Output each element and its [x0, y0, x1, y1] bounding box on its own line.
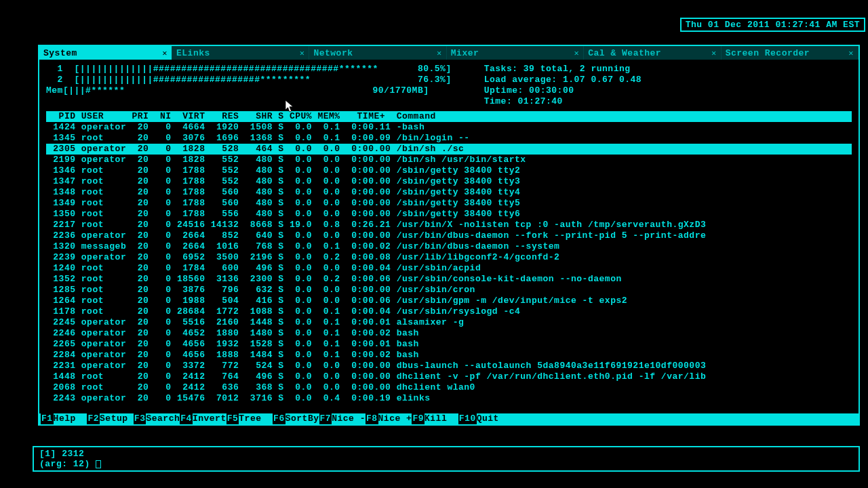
process-row[interactable]: 1285 root 20 0 3876 796 632 S 0.0 0.0 0:…: [46, 285, 852, 296]
process-row[interactable]: 1178 root 20 0 28684 1772 1088 S 0.0 0.1…: [46, 306, 852, 317]
fkey-action[interactable]: SortBy: [285, 413, 319, 424]
process-row[interactable]: 2305 operator 20 0 1828 528 464 S 0.0 0.…: [46, 144, 852, 155]
fkey-footer[interactable]: F1Help F2Setup F3SearchF4InvertF5Tree F6…: [39, 413, 859, 424]
column-headers[interactable]: PID USER PRI NI VIRT RES SHR S CPU% MEM%…: [46, 111, 852, 122]
process-row[interactable]: 2243 operator 20 0 15476 7012 3716 S 0.0…: [46, 393, 852, 404]
close-icon[interactable]: ✕: [711, 48, 717, 58]
process-row[interactable]: 2068 root 20 0 2412 636 368 S 0.0 0.0 0:…: [46, 382, 852, 393]
process-table[interactable]: 1424 operator 20 0 4664 1920 1508 S 0.0 …: [46, 122, 852, 413]
close-icon[interactable]: ✕: [574, 48, 579, 58]
process-row[interactable]: 1240 root 20 0 1784 600 496 S 0.0 0.0 0:…: [46, 263, 852, 274]
process-row[interactable]: 2199 operator 20 0 1828 552 480 S 0.0 0.…: [46, 155, 852, 165]
tab-label: Screen Recorder: [726, 48, 810, 58]
fkey-f4: F4: [180, 413, 193, 424]
close-icon[interactable]: ✕: [162, 48, 167, 58]
fkey-action[interactable]: Quit: [477, 413, 511, 424]
cpu-meters: 1 [|||||||||||||########################…: [46, 64, 452, 107]
close-icon[interactable]: ✕: [300, 48, 305, 58]
tab-screen-recorder[interactable]: Screen Recorder✕: [722, 46, 859, 60]
shell-prompt[interactable]: [1] 2312 (arg: 12): [33, 446, 860, 472]
tab-system[interactable]: System✕: [39, 46, 172, 60]
fkey-f10: F10: [458, 413, 477, 424]
fkey-f8: F8: [366, 413, 378, 424]
fkey-f7: F7: [319, 413, 332, 424]
fkey-action[interactable]: Nice +: [378, 413, 412, 424]
fkey-f9: F9: [412, 413, 425, 424]
tab-label: Network: [313, 48, 353, 58]
tab-elinks[interactable]: ELinks✕: [172, 46, 309, 60]
process-row[interactable]: 2239 operator 20 0 6952 3500 2196 S 0.0 …: [46, 252, 852, 263]
fkey-f2: F2: [87, 413, 100, 424]
fkey-f6: F6: [273, 413, 285, 424]
process-row[interactable]: 1345 root 20 0 3076 1696 1368 S 0.0 0.1 …: [46, 133, 852, 144]
fkey-action[interactable]: Kill: [425, 413, 458, 424]
tab-label: Mixer: [451, 48, 479, 58]
process-row[interactable]: 1346 root 20 0 1788 552 480 S 0.0 0.0 0:…: [46, 165, 852, 176]
htop-content[interactable]: 1 [|||||||||||||########################…: [39, 60, 859, 413]
process-row[interactable]: 2231 operator 20 0 3372 772 524 S 0.0 0.…: [46, 361, 852, 371]
cursor-icon: [96, 460, 101, 468]
process-row[interactable]: 1350 root 20 0 1788 556 480 S 0.0 0.0 0:…: [46, 209, 852, 220]
tab-network[interactable]: Network✕: [309, 46, 446, 60]
process-row[interactable]: 1264 root 20 0 1988 504 416 S 0.0 0.0 0:…: [46, 296, 852, 306]
process-row[interactable]: 2284 operator 20 0 4656 1888 1484 S 0.0 …: [46, 350, 852, 361]
fkey-f1: F1: [41, 413, 54, 424]
tab-bar: System✕ELinks✕Network✕Mixer✕Cal & Weathe…: [39, 46, 859, 60]
process-row[interactable]: 2246 operator 20 0 4652 1880 1480 S 0.0 …: [46, 328, 852, 339]
process-row[interactable]: 1347 root 20 0 1788 552 480 S 0.0 0.0 0:…: [46, 176, 852, 187]
close-icon[interactable]: ✕: [848, 48, 854, 58]
tab-label: ELinks: [176, 48, 210, 58]
process-row[interactable]: 1320 messageb 20 0 2664 1016 768 S 0.0 0…: [46, 241, 852, 252]
fkey-action[interactable]: Invert: [193, 413, 226, 424]
fkey-f5: F5: [226, 413, 239, 424]
process-row[interactable]: 1424 operator 20 0 4664 1920 1508 S 0.0 …: [46, 122, 852, 133]
fkey-action[interactable]: Search: [146, 413, 180, 424]
fkey-f3: F3: [134, 413, 146, 424]
clock-panel: Thu 01 Dec 2011 01:27:41 AM EST: [680, 18, 865, 32]
process-row[interactable]: 1448 root 20 0 2412 764 496 S 0.0 0.0 0:…: [46, 371, 852, 382]
htop-window: System✕ELinks✕Network✕Mixer✕Cal & Weathe…: [38, 45, 860, 426]
meter-area: 1 [|||||||||||||########################…: [46, 64, 852, 107]
tab-label: Cal & Weather: [588, 48, 661, 58]
process-row[interactable]: 1352 root 20 0 18560 3136 2300 S 0.0 0.2…: [46, 274, 852, 285]
process-row[interactable]: 2236 operator 20 0 2664 852 640 S 0.0 0.…: [46, 230, 852, 241]
process-row[interactable]: 1348 root 20 0 1788 560 480 S 0.0 0.0 0:…: [46, 187, 852, 198]
process-row[interactable]: 1349 root 20 0 1788 560 480 S 0.0 0.0 0:…: [46, 198, 852, 209]
summary-meters: Tasks: 39 total, 2 running Load average:…: [484, 64, 642, 107]
tab-label: System: [43, 48, 77, 58]
fkey-action[interactable]: Nice -: [332, 413, 366, 424]
tab-cal-weather[interactable]: Cal & Weather✕: [584, 46, 721, 60]
close-icon[interactable]: ✕: [437, 48, 442, 58]
process-row[interactable]: 2217 root 20 0 24516 14132 8668 S 19.0 0…: [46, 220, 852, 230]
tab-mixer[interactable]: Mixer✕: [447, 46, 584, 60]
process-row[interactable]: 2245 operator 20 0 5516 2160 1448 S 0.0 …: [46, 317, 852, 328]
fkey-action[interactable]: Help: [54, 413, 87, 424]
fkey-action[interactable]: Tree: [239, 413, 273, 424]
fkey-action[interactable]: Setup: [100, 413, 134, 424]
process-row[interactable]: 2265 operator 20 0 4656 1932 1528 S 0.0 …: [46, 339, 852, 350]
